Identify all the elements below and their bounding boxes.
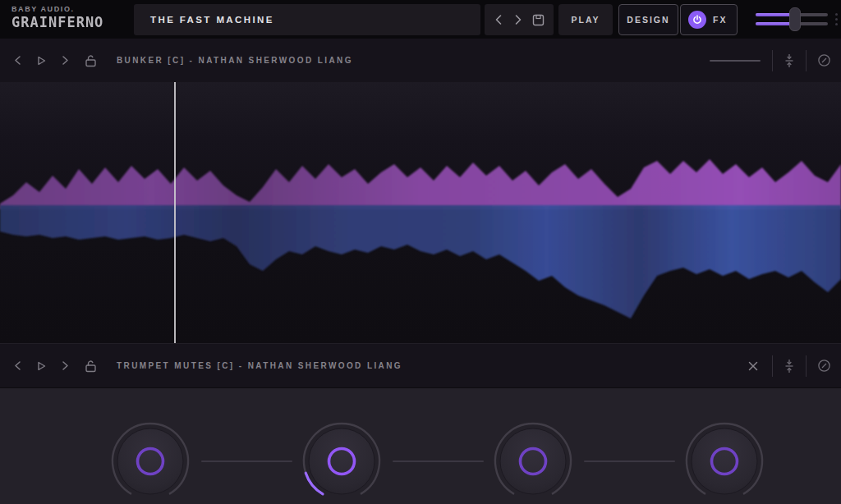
fx-label: FX xyxy=(713,15,727,25)
knob-2[interactable] xyxy=(296,415,388,504)
fx-panel-button[interactable]: FX xyxy=(680,4,738,35)
layer1-circle-slash-icon[interactable] xyxy=(807,53,841,67)
design-mode-label: DESIGN xyxy=(627,15,669,25)
knob-1[interactable] xyxy=(104,415,196,504)
next-preset-icon[interactable] xyxy=(513,14,523,25)
brand-name: BABY AUDIO. xyxy=(11,5,103,13)
playhead[interactable] xyxy=(174,82,176,343)
knob-connector xyxy=(584,460,675,462)
layer1-lock-icon[interactable] xyxy=(84,54,98,67)
save-preset-icon[interactable] xyxy=(532,14,545,26)
blend-slider-handle[interactable] xyxy=(789,7,801,31)
knob-connector xyxy=(201,460,292,462)
layer1-collapse-icon[interactable] xyxy=(773,53,806,68)
layer2-circle-slash-icon[interactable] xyxy=(807,359,841,373)
layer2-play-sample-icon[interactable] xyxy=(36,360,47,372)
preset-name-field[interactable]: THE FAST MACHINE xyxy=(134,4,480,35)
layer1-play-sample-icon[interactable] xyxy=(36,55,47,66)
play-mode-label: PLAY xyxy=(571,15,600,25)
layer-blend-slider[interactable] xyxy=(756,8,830,31)
layer2-collapse-icon[interactable] xyxy=(773,359,806,373)
knob-3[interactable] xyxy=(487,415,579,504)
waveform-canvas[interactable] xyxy=(0,82,841,343)
layer2-lock-icon[interactable] xyxy=(84,360,98,373)
layer1-sample-title: BUNKER [C] - NATHAN SHERWOOD LIANG xyxy=(117,56,353,65)
layer2-header: TRUMPET MUTES [C] - NATHAN SHERWOOD LIAN… xyxy=(0,343,841,387)
app-logo: BABY AUDIO. GRAINFERNO xyxy=(11,5,103,30)
grip-dots-icon[interactable] xyxy=(835,13,838,25)
preset-nav-group xyxy=(485,4,554,35)
layer2-sample-title: TRUMPET MUTES [C] - NATHAN SHERWOOD LIAN… xyxy=(117,361,402,370)
fx-power-icon[interactable] xyxy=(688,11,706,29)
top-bar: BABY AUDIO. GRAINFERNO THE FAST MACHINE … xyxy=(0,0,841,39)
waveform-display[interactable] xyxy=(0,82,841,343)
knob-4[interactable] xyxy=(678,415,770,504)
product-name: GRAINFERNO xyxy=(11,14,103,31)
layer2-prev-sample-icon[interactable] xyxy=(13,360,22,371)
layer2-close-icon[interactable] xyxy=(734,360,772,372)
knob-connector xyxy=(393,460,484,462)
play-mode-button[interactable]: PLAY xyxy=(558,4,613,35)
layer2-next-sample-icon[interactable] xyxy=(61,360,70,371)
grainferno-plugin-window: BABY AUDIO. GRAINFERNO THE FAST MACHINE … xyxy=(0,0,841,504)
layer1-prev-sample-icon[interactable] xyxy=(13,55,22,66)
preset-name-text: THE FAST MACHINE xyxy=(150,15,274,25)
prev-preset-icon[interactable] xyxy=(494,14,503,25)
layer1-next-sample-icon[interactable] xyxy=(61,55,70,66)
layer1-header: BUNKER [C] - NATHAN SHERWOOD LIANG xyxy=(0,39,841,82)
design-mode-button[interactable]: DESIGN xyxy=(618,4,678,35)
layer1-mini-slider[interactable] xyxy=(710,60,761,62)
